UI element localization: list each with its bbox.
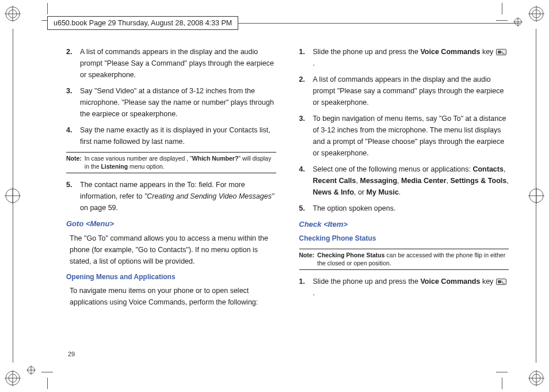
text: , (504, 165, 505, 173)
note-label: Note: (66, 155, 82, 170)
list-number: 3. (66, 85, 80, 120)
bold-text: News & Info (313, 188, 354, 196)
list-number: 1. (299, 276, 313, 299)
list-text: The contact name appears in the To: fiel… (80, 179, 276, 214)
bold-text: Messaging (360, 177, 397, 185)
text: , or (354, 188, 367, 196)
subheading-check-item: Check <Item> (299, 219, 509, 231)
voice-commands-key-icon (496, 49, 506, 55)
list-text: Slide the phone up and press the Voice C… (313, 276, 509, 299)
bold-text: Which Number? (192, 155, 239, 162)
note-body: In case various number are displayed , "… (83, 155, 276, 170)
text: , (447, 177, 451, 185)
right-column: 1. Slide the phone up and press the Voic… (299, 46, 509, 357)
left-column: 2. A list of commands appears in the dis… (66, 46, 276, 357)
note-body: Checking Phone Status can be accessed wi… (316, 252, 509, 267)
list-number: 2. (299, 74, 313, 108)
list-text: Slide the phone up and press the Voice C… (313, 46, 509, 69)
list-number: 4. (66, 124, 80, 147)
text: In case various number are displayed , " (85, 155, 192, 162)
text: menu option. (128, 163, 165, 170)
list-number: 1. (299, 46, 313, 69)
list-number: 3. (299, 113, 313, 159)
bold-text: Listening (101, 163, 128, 170)
reg-mark-tl-corner (5, 6, 21, 22)
subheading-checking-status: Checking Phone Status (299, 233, 509, 244)
reg-mark-bl-corner (5, 370, 21, 386)
text: key (480, 48, 495, 56)
list-item: 3. To begin navigation of menu items, sa… (299, 113, 509, 159)
crop-mark-bl (30, 366, 53, 389)
bold-text: Recent Calls (313, 177, 356, 185)
reg-mark-br-corner (528, 370, 544, 386)
page-number: 29 (68, 351, 75, 357)
bold-text: My Music (367, 188, 399, 196)
note-label: Note: (299, 252, 315, 267)
list-item: 1. Slide the phone up and press the Voic… (299, 276, 509, 299)
list-item: 4. Say the name exactly as it is display… (66, 124, 276, 147)
list-item: 1. Slide the phone up and press the Voic… (299, 46, 509, 69)
list-item: 2. A list of commands appears in the dis… (299, 74, 509, 108)
side-rule-left (13, 29, 13, 363)
list-text: Select one of the following menus or app… (313, 163, 509, 198)
list-number: 2. (66, 46, 80, 81)
list-text: Say "Send Video" at a distance of 3-12 i… (80, 85, 276, 120)
list-text: Say the name exactly as it is displayed … (80, 124, 276, 147)
bold-text: Contacts (472, 165, 503, 173)
side-rule-right (536, 29, 536, 363)
bold-text: Voice Commands (420, 48, 480, 56)
bold-text: Checking Phone Status (317, 252, 384, 258)
list-text: A list of commands appears in the displa… (313, 74, 509, 108)
text: . (313, 289, 315, 297)
list-item: 2. A list of commands appears in the dis… (66, 46, 276, 81)
list-item: 4. Select one of the following menus or … (299, 163, 509, 198)
cross-reference: "Creating and Sending Video Messages" (144, 192, 274, 200)
text: , (397, 177, 401, 185)
subheading-goto-menu: Goto <Menu> (66, 218, 276, 230)
text: on page 59. (80, 204, 118, 212)
crop-mark-tr (496, 3, 519, 26)
list-text: To begin navigation of menu items, say "… (313, 113, 509, 159)
text: . (399, 188, 401, 196)
text: Slide the phone up and press the (313, 48, 421, 56)
text: . (313, 59, 315, 67)
text: key (480, 277, 495, 286)
note-block: Note: Checking Phone Status can be acces… (299, 249, 509, 270)
bold-text: Settings & Tools (451, 177, 507, 185)
bold-text: Voice Commands (420, 277, 480, 286)
list-text: The option spoken opens. (313, 203, 509, 214)
reg-mark-right-mid (528, 188, 544, 204)
list-number: 4. (299, 163, 313, 198)
page-content: 2. A list of commands appears in the dis… (66, 46, 509, 357)
note-block: Note: In case various number are display… (66, 152, 276, 173)
list-item: 3. Say "Send Video" at a distance of 3-1… (66, 85, 276, 120)
text: Select one of the following menus or app… (313, 165, 473, 173)
page-header: u650.book Page 29 Thursday, August 28, 2… (47, 16, 238, 30)
list-item: 5. The contact name appears in the To: f… (66, 179, 276, 214)
subheading-opening-menus: Opening Menus and Applications (66, 272, 276, 283)
list-item: 5. The option spoken opens. (299, 203, 509, 214)
paragraph: The "Go To" command allows you to access… (66, 233, 276, 267)
list-number: 5. (299, 203, 313, 214)
text: , (506, 177, 508, 185)
crop-mark-br (496, 366, 519, 389)
voice-commands-key-icon (496, 279, 506, 285)
bold-text: Media Center (401, 177, 447, 185)
reg-mark-tr-corner (528, 6, 544, 22)
text: Slide the phone up and press the (313, 277, 421, 286)
list-number: 5. (66, 179, 80, 214)
paragraph: To navigate menu items on your phone or … (66, 285, 276, 308)
list-text: A list of commands appears in the displa… (80, 46, 276, 81)
